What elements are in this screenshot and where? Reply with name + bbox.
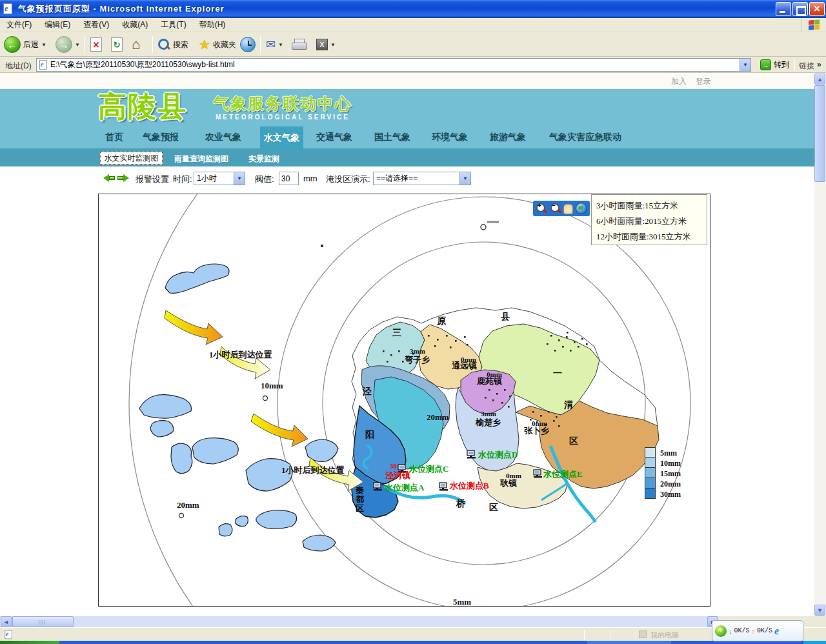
menu-edit[interactable]: 编辑(E) (45, 19, 70, 30)
edit-button[interactable]: X ▼ (316, 35, 336, 54)
scroll-down-icon[interactable]: ▼ (814, 605, 825, 616)
menu-tools[interactable]: 工具(T) (161, 19, 186, 30)
download-manager-icon[interactable] (715, 625, 727, 637)
nav-traffic[interactable]: 交通气象 (316, 132, 352, 143)
nav-tourism[interactable]: 旅游气象 (490, 132, 526, 143)
station-d-icon[interactable] (467, 450, 476, 459)
legend-swatch-10mm (645, 458, 656, 468)
legend-label: 5mm (660, 448, 686, 458)
main-nav: 首页 气象预报 农业气象 水文气象 交通气象 国土气象 环境气象 旅游气象 气象… (0, 126, 814, 148)
subnav-realtime-map-active[interactable]: 水文实时监测图 (100, 152, 163, 165)
menu-file[interactable]: 文件(F) (6, 19, 32, 30)
pan-hand-icon[interactable] (563, 204, 573, 214)
district-label: 泾 (363, 386, 372, 397)
horizontal-scrollbar[interactable]: ◄ ► (0, 616, 718, 627)
favorites-star-icon: ★ (199, 37, 210, 52)
town-rain-value: 0mm (532, 419, 547, 427)
scroll-up-icon[interactable]: ▲ (814, 74, 825, 85)
district-label: 桥 (456, 498, 466, 510)
nav-environment[interactable]: 环境气象 (432, 132, 468, 143)
nav-hydrology-active[interactable]: 水文气象 (260, 126, 303, 150)
refresh-icon: ↻ (111, 37, 123, 52)
status-separator (584, 630, 585, 639)
minimize-button[interactable] (776, 2, 791, 16)
back-dropdown-icon[interactable]: ▼ (41, 42, 46, 48)
station-a-icon[interactable] (374, 483, 382, 491)
status-page-icon: e (5, 630, 12, 639)
flood-demo-select[interactable]: ==请选择==▼ (373, 172, 471, 185)
station-c-label[interactable]: 水位测点C (409, 463, 448, 475)
station-a-label[interactable]: 水位测点A (385, 482, 424, 494)
download-speed-widget[interactable]: ↓ 0K/S ↑ 0K/S e (712, 620, 803, 641)
town-label-alert: 泾河镇 (385, 470, 410, 481)
download-arrow-icon: ↓ (729, 627, 732, 635)
nav-land[interactable]: 国土气象 (374, 132, 410, 143)
address-input[interactable] (50, 61, 740, 70)
nav-disaster-emergency[interactable]: 气象灾害应急联动 (549, 132, 621, 143)
threshold-input[interactable] (279, 172, 299, 185)
town-rain-value: 3mm (481, 410, 496, 418)
vertical-scroll-thumb[interactable] (814, 85, 825, 182)
taskbar-button[interactable] (587, 641, 671, 644)
time-select[interactable]: 1小时▼ (194, 172, 245, 185)
vertical-scrollbar[interactable]: ▲ ▼ (814, 73, 826, 616)
station-b-label[interactable]: 水位测点B (450, 480, 489, 492)
start-button-edge[interactable] (0, 641, 59, 644)
forward-button[interactable]: → ▼ (55, 35, 80, 54)
forward-dropdown-icon[interactable]: ▼ (75, 42, 80, 48)
district-label: 三 (392, 327, 402, 339)
address-field[interactable]: e ▼ (36, 58, 751, 72)
address-dropdown-icon[interactable]: ▼ (740, 59, 750, 71)
title-bar[interactable]: e 气象预报页面原型 - Microsoft Internet Explorer (0, 0, 826, 18)
scroll-left-icon[interactable]: ◄ (1, 616, 12, 627)
toolbar-separator (260, 36, 261, 53)
windows-logo (801, 18, 826, 32)
station-b-icon[interactable] (439, 483, 448, 491)
mail-button[interactable]: ✉ ▼ (266, 35, 283, 54)
zoom-in-icon[interactable]: + (536, 203, 547, 214)
time-select-dropdown-icon[interactable]: ▼ (234, 172, 245, 185)
station-e-icon[interactable] (534, 470, 542, 478)
district-label: 原 (437, 316, 447, 327)
nav-weather-forecast[interactable]: 气象预报 (143, 132, 179, 143)
home-button[interactable]: ⌂ (132, 35, 140, 54)
menu-help[interactable]: 帮助(H) (199, 19, 226, 30)
nav-home[interactable]: 首页 (105, 132, 123, 143)
subnav-live-view[interactable]: 实景监测 (248, 154, 279, 165)
mail-dropdown-icon[interactable]: ▼ (278, 42, 283, 48)
window-ie-icon: e (3, 3, 15, 15)
menu-view[interactable]: 查看(V) (83, 19, 109, 30)
station-d-label[interactable]: 水位测点D (478, 449, 518, 461)
go-button[interactable]: → 转到 (756, 58, 793, 72)
zoom-out-icon[interactable]: − (550, 203, 561, 214)
search-button[interactable]: 搜索 (157, 35, 188, 54)
links-chevron-icon[interactable]: » (817, 60, 821, 69)
print-button[interactable] (292, 35, 306, 54)
horizontal-scroll-thumb[interactable] (12, 616, 74, 627)
nav-agriculture[interactable]: 农业气象 (205, 132, 241, 143)
menu-favorites[interactable]: 收藏(A) (122, 19, 148, 30)
alarm-controls: 报警设置 时间: 1小时▼ 阀值: mm 淹没区演示: ==请选择==▼ (0, 166, 814, 191)
full-extent-globe-icon[interactable] (576, 203, 587, 214)
flood-select-dropdown-icon[interactable]: ▼ (459, 172, 470, 185)
maximize-button[interactable] (792, 2, 808, 16)
history-button[interactable] (240, 35, 256, 54)
prev-arrow-icon[interactable] (103, 174, 115, 182)
legend-label: 20mm (660, 479, 686, 489)
refresh-button[interactable]: ↻ (111, 35, 123, 54)
subnav-rain-query[interactable]: 雨量查询监测图 (174, 154, 228, 165)
close-button[interactable] (809, 2, 825, 16)
favorites-button[interactable]: ★收藏夹 (199, 35, 236, 54)
join-link[interactable]: 加入 (671, 76, 687, 87)
next-arrow-icon[interactable] (117, 174, 129, 182)
login-link[interactable]: 登录 (696, 76, 711, 87)
hydrology-map[interactable]: + − 3小时面雨量:15立方米 6小时面雨量:2015立方米 12小时面雨量:… (98, 194, 710, 607)
stop-button[interactable]: ✕ (90, 35, 102, 54)
back-button[interactable]: ← 后退▼ (4, 35, 46, 54)
station-e-label[interactable]: 水位测点E (543, 468, 583, 480)
edit-dropdown-icon[interactable]: ▼ (330, 42, 336, 48)
browser-viewport: 加入 登录 高陵县 气象服务联动中心 METEOROLOGICAL SERVIC… (0, 73, 814, 616)
ie-logo-icon: e (774, 625, 779, 637)
district-label: 一 (553, 368, 563, 379)
links-label[interactable]: 链接 (799, 61, 814, 72)
